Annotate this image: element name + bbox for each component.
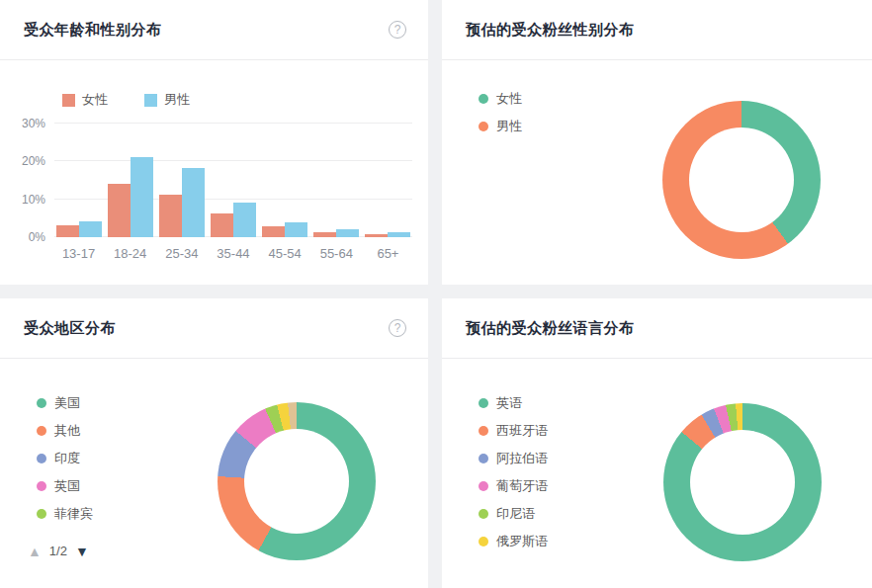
x-axis-tick-label: 45-54: [256, 246, 314, 261]
bar-男性: [233, 203, 256, 237]
age-gender-bar-chart: 0%10%20%30%13-1718-2425-3435-4445-5455-6…: [0, 109, 428, 285]
legend-item[interactable]: 俄罗斯语: [479, 535, 548, 548]
legend-dot-icon: [479, 481, 488, 491]
x-axis-tick-label: 13-17: [49, 246, 108, 261]
bar-男性: [388, 232, 410, 237]
legend-square-icon: [62, 94, 75, 107]
legend-label: 其他: [54, 422, 80, 440]
bar-chart-legend: 女性男性: [62, 91, 190, 109]
legend-dot-icon: [479, 94, 488, 104]
page-title: 受众地区分布: [24, 319, 116, 338]
x-axis-tick-label: 25-34: [152, 246, 211, 261]
legend-label: 印尼语: [496, 505, 535, 523]
bar-女性: [211, 213, 233, 237]
legend-page-indicator: 1/2: [49, 544, 67, 558]
legend-item[interactable]: 男性: [479, 120, 522, 133]
legend-label: 英语: [496, 394, 522, 412]
panel-fan-gender-distribution: 预估的受众粉丝性别分布 女性男性: [442, 0, 872, 285]
bar-女性: [159, 195, 182, 237]
legend-item[interactable]: 印尼语: [479, 507, 548, 521]
bar-group: 35-44: [210, 203, 256, 237]
legend-square-icon: [144, 94, 157, 107]
bar-女性: [365, 234, 388, 237]
legend-label: 菲律宾: [54, 505, 93, 523]
legend-item[interactable]: 葡萄牙语: [479, 479, 548, 493]
dashboard-grid: 受众年龄和性别分布 ? 女性男性 0%10%20%30%13-1718-2425…: [0, 0, 872, 588]
bar-女性: [262, 226, 285, 237]
page-title: 预估的受众粉丝性别分布: [466, 21, 635, 40]
legend-dot-icon: [479, 537, 488, 546]
bar-男性: [336, 229, 359, 237]
legend-item[interactable]: 印度: [37, 452, 93, 465]
legend-item[interactable]: 其他: [37, 424, 93, 438]
panel-header: 预估的受众粉丝性别分布: [442, 0, 872, 60]
bar-男性: [79, 221, 102, 237]
donut-legend: 英语西班牙语阿拉伯语葡萄牙语印尼语俄罗斯语: [479, 396, 548, 548]
region-donut-chart: [218, 402, 376, 560]
bar-group: 55-64: [313, 229, 360, 237]
legend-label: 葡萄牙语: [496, 477, 548, 495]
panel-region-distribution: 受众地区分布 ? 美国其他印度英国菲律宾 ▲ 1/2 ▼: [0, 298, 428, 588]
bar-group: 18-24: [107, 157, 153, 237]
legend-page-down-icon[interactable]: ▼: [75, 545, 89, 558]
legend-dot-icon: [37, 398, 46, 408]
legend-dot-icon: [37, 509, 46, 519]
legend-pagination: ▲ 1/2 ▼: [28, 544, 89, 558]
bar-男性: [182, 168, 205, 237]
legend-item[interactable]: 西班牙语: [479, 424, 548, 438]
bar-group: 45-54: [262, 222, 308, 237]
bar-group: 13-17: [55, 221, 102, 237]
legend-label: 阿拉伯语: [496, 450, 548, 467]
help-icon[interactable]: ?: [389, 21, 406, 39]
legend-label: 美国: [54, 394, 80, 412]
bar-女性: [313, 232, 336, 237]
legend-item[interactable]: 男性: [144, 91, 190, 109]
y-axis-tick-label: 0%: [29, 230, 54, 244]
page-title: 受众年龄和性别分布: [24, 21, 162, 40]
legend-item[interactable]: 美国: [37, 396, 93, 410]
legend-dot-icon: [37, 426, 46, 436]
panel-age-gender-distribution: 受众年龄和性别分布 ? 女性男性 0%10%20%30%13-1718-2425…: [0, 0, 428, 285]
x-axis-tick-label: 65+: [359, 246, 417, 261]
legend-label: 女性: [82, 91, 108, 109]
legend-label: 印度: [54, 450, 80, 467]
y-axis-tick-label: 30%: [22, 117, 54, 130]
legend-item[interactable]: 菲律宾: [37, 507, 93, 521]
x-axis-tick-label: 55-64: [307, 246, 366, 261]
legend-dot-icon: [479, 398, 488, 408]
help-icon[interactable]: ?: [389, 319, 406, 337]
legend-item[interactable]: 女性: [479, 92, 522, 106]
donut-legend: 女性男性: [479, 92, 522, 133]
y-axis-tick-label: 10%: [22, 193, 54, 207]
legend-page-up-icon[interactable]: ▲: [28, 545, 42, 558]
panel-header: 受众地区分布 ?: [0, 298, 428, 359]
panel-fan-language-distribution: 预估的受众粉丝语言分布 英语西班牙语阿拉伯语葡萄牙语印尼语俄罗斯语: [442, 298, 872, 588]
donut-hole: [690, 430, 795, 535]
bar-男性: [285, 222, 307, 237]
legend-item[interactable]: 女性: [62, 91, 108, 109]
bar-女性: [108, 184, 131, 237]
legend-dot-icon: [479, 426, 488, 436]
x-axis-tick-label: 18-24: [101, 246, 159, 261]
legend-label: 英国: [54, 477, 80, 495]
bar-男性: [131, 157, 153, 237]
y-axis-tick-label: 20%: [22, 154, 54, 168]
legend-dot-icon: [479, 509, 488, 519]
legend-item[interactable]: 阿拉伯语: [479, 452, 548, 465]
donut-hole: [244, 429, 349, 534]
fan-language-donut-chart: [663, 403, 822, 561]
legend-dot-icon: [37, 454, 46, 463]
legend-label: 男性: [496, 118, 522, 135]
bar-groups: 13-1718-2425-3435-4445-5455-6465+: [54, 124, 412, 237]
legend-item[interactable]: 英国: [37, 479, 93, 493]
panel-header: 受众年龄和性别分布 ?: [0, 0, 428, 60]
legend-dot-icon: [479, 122, 488, 131]
bar-group: 25-34: [158, 168, 205, 237]
page-title: 预估的受众粉丝语言分布: [466, 319, 635, 338]
legend-label: 俄罗斯语: [496, 533, 548, 550]
legend-item[interactable]: 英语: [479, 396, 548, 410]
legend-label: 女性: [496, 90, 522, 108]
panel-header: 预估的受众粉丝语言分布: [442, 298, 872, 359]
legend-dot-icon: [37, 481, 46, 491]
x-axis-tick-label: 35-44: [204, 246, 262, 261]
